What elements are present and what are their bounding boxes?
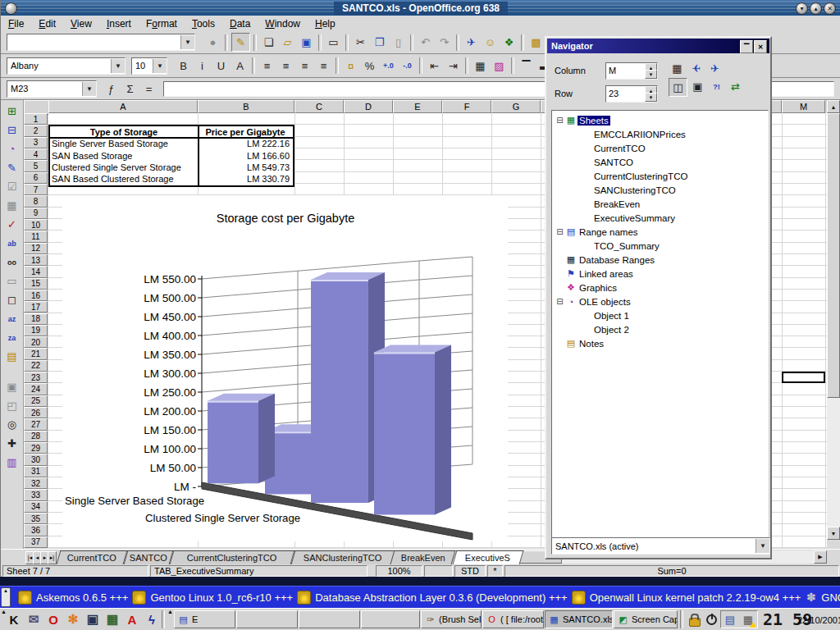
- menu-window[interactable]: Window: [258, 17, 308, 30]
- expander-icon[interactable]: ⊟: [555, 297, 564, 306]
- row-header-15[interactable]: 15: [24, 278, 48, 290]
- sheet-tab-SANTCO[interactable]: SANTCO: [124, 550, 173, 564]
- tree-item[interactable]: ❖Graphics: [552, 281, 768, 294]
- butterfly-icon[interactable]: ✻: [64, 610, 82, 628]
- tree-item[interactable]: ExecutiveSummary: [552, 211, 768, 225]
- menu-tools[interactable]: Tools: [185, 17, 222, 30]
- tree-item[interactable]: ⊟▤Range names: [552, 225, 768, 239]
- scenarios-icon[interactable]: ?!: [708, 78, 725, 95]
- expander-icon[interactable]: ⊟: [555, 227, 564, 236]
- klipper-tray-icon[interactable]: ▤: [723, 612, 737, 627]
- menu-format[interactable]: Format: [139, 17, 185, 30]
- sort-ascending-icon[interactable]: az: [3, 310, 21, 327]
- auto-spellcheck-icon[interactable]: ab: [3, 235, 21, 252]
- chevron-down-icon[interactable]: ▼: [180, 35, 194, 49]
- help-agent-icon[interactable]: ☺: [482, 34, 499, 51]
- row-header-20[interactable]: 20: [24, 336, 48, 348]
- percent-format-button[interactable]: %: [361, 57, 378, 75]
- task-button-santcoxls[interactable]: ▦SANTCO.xls: [545, 610, 613, 628]
- tree-item[interactable]: SANTCO: [552, 155, 768, 169]
- open-icon[interactable]: ▱: [279, 34, 296, 51]
- sheet-tab-BreakEven[interactable]: BreakEven: [390, 550, 456, 564]
- power-icon[interactable]: [704, 610, 719, 625]
- status-selection-mode[interactable]: STD: [454, 565, 486, 577]
- shade-button[interactable]: ▔: [740, 40, 753, 53]
- task-button[interactable]: [299, 610, 360, 628]
- print-icon[interactable]: ▭: [325, 34, 342, 51]
- align-center-button[interactable]: ≡: [277, 57, 294, 75]
- maximize-button[interactable]: ▴: [810, 2, 822, 15]
- insert-icon[interactable]: ⊞: [3, 103, 21, 120]
- menu-data[interactable]: Data: [222, 17, 258, 30]
- tree-item[interactable]: CurrentTCO: [552, 141, 768, 155]
- column-header-F[interactable]: F: [442, 100, 491, 113]
- zoom-icon[interactable]: ◎: [3, 416, 21, 433]
- undo-icon[interactable]: ↶: [417, 34, 434, 51]
- scroll-right-icon[interactable]: ▶: [814, 550, 827, 564]
- tree-item[interactable]: EMCCLARIIONPrices: [552, 127, 768, 141]
- ticker-item[interactable]: ◉Gentoo Linux 1.0_rc6-r10 +++: [128, 591, 293, 605]
- equals-icon[interactable]: =: [140, 80, 158, 98]
- increase-indent-button[interactable]: ⇥: [445, 57, 462, 75]
- menu-file[interactable]: File: [1, 17, 31, 30]
- ticker-item[interactable]: ◉Askemos 0.6.5 +++: [14, 591, 128, 605]
- row-header-22[interactable]: 22: [24, 360, 48, 372]
- ticker-handle[interactable]: ▲: [1, 587, 11, 607]
- align-right-button[interactable]: ≡: [296, 57, 313, 75]
- url-combobox[interactable]: ▼: [7, 34, 195, 51]
- row-header-6[interactable]: 6: [24, 172, 48, 184]
- copy-icon[interactable]: ❐: [371, 34, 388, 51]
- minimize-button[interactable]: ▾: [796, 2, 808, 15]
- drag-icon[interactable]: ✚: [3, 435, 21, 452]
- font-size-combobox[interactable]: 10 ▼: [131, 57, 167, 75]
- spin-down-icon[interactable]: ▼: [645, 93, 657, 102]
- row-header-18[interactable]: 18: [24, 313, 48, 325]
- row-header-1[interactable]: 1: [24, 113, 48, 125]
- row-header-26[interactable]: 26: [24, 407, 48, 418]
- row-header-27[interactable]: 27: [24, 418, 48, 430]
- name-box[interactable]: M23 ▼: [7, 80, 97, 98]
- row-spinner[interactable]: 23 ▲ ▼: [605, 85, 658, 103]
- sheet-tab-CurrentClusteringTCO[interactable]: CurrentClusteringTCO: [169, 550, 294, 564]
- data-range-icon[interactable]: ▦: [669, 60, 686, 77]
- insert-object-icon[interactable]: ◔: [3, 140, 21, 158]
- close-icon[interactable]: ✕: [754, 40, 767, 53]
- column-header-M[interactable]: M: [782, 100, 825, 113]
- function-wizard-icon[interactable]: ƒ: [103, 80, 120, 98]
- borders-button[interactable]: ▦: [472, 57, 489, 75]
- terminal-icon[interactable]: ▣: [84, 610, 102, 628]
- cut-icon[interactable]: ✂: [352, 34, 369, 51]
- column-spinner[interactable]: M ▲ ▼: [605, 62, 658, 80]
- row-header-3[interactable]: 3: [24, 137, 48, 148]
- start-icon[interactable]: ✈: [687, 60, 705, 77]
- document-selector[interactable]: SANTCO.xls (active) ▼: [551, 537, 770, 555]
- menu-edit[interactable]: Edit: [31, 17, 63, 30]
- tree-item[interactable]: ▦Database Ranges: [552, 253, 768, 267]
- edit-file-icon[interactable]: ✎: [231, 33, 250, 52]
- row-header-32[interactable]: 32: [24, 477, 48, 489]
- row-header-37[interactable]: 37: [24, 536, 48, 548]
- tree-item[interactable]: CurrentClusteringTCO: [552, 169, 768, 183]
- scroll-down-icon[interactable]: ▼: [827, 527, 840, 540]
- autoformat-icon[interactable]: ▦: [3, 197, 21, 214]
- align-top-button[interactable]: ▔: [518, 57, 535, 75]
- task-button[interactable]: [236, 610, 298, 628]
- row-header-8[interactable]: 8: [24, 195, 48, 207]
- row-header-21[interactable]: 21: [24, 348, 48, 359]
- k-menu-icon[interactable]: K: [5, 610, 23, 628]
- title-bar[interactable]: SANTCO.xls - OpenOffice.org 638 ▾ ▴ ✕: [1, 0, 840, 16]
- row-header-13[interactable]: 13: [24, 254, 48, 266]
- row-header-33[interactable]: 33: [24, 489, 48, 500]
- tree-item[interactable]: SANClusteringTCO: [552, 183, 768, 197]
- tree-item[interactable]: ⚑Linked areas: [552, 267, 768, 281]
- ticker-item[interactable]: ◉Openwall Linux kernel patch 2.2.19-ow4 …: [568, 591, 801, 605]
- task-button-brushsele[interactable]: ✑(Brush Sele: [421, 610, 482, 628]
- acrobat-icon[interactable]: A: [123, 610, 141, 628]
- ticker-item[interactable]: ✽GNOME Summary for O: [801, 591, 840, 604]
- delete-decimal-button[interactable]: -.0: [399, 57, 416, 75]
- task-button[interactable]: [361, 610, 420, 628]
- column-header-C[interactable]: C: [294, 100, 344, 113]
- row-header-2[interactable]: 2: [24, 125, 48, 136]
- column-header-E[interactable]: E: [393, 100, 442, 113]
- row-header-5[interactable]: 5: [24, 160, 48, 171]
